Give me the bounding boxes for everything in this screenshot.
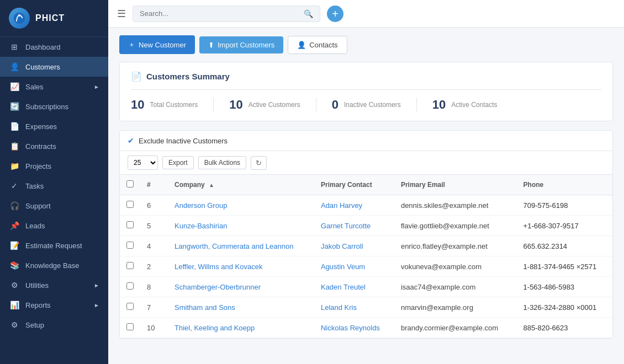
bulk-actions-button[interactable]: Bulk Actions [198, 156, 246, 169]
row-checkbox[interactable] [126, 282, 134, 290]
sidebar-label-projects: Projects [25, 162, 51, 170]
row-checkbox-cell [120, 297, 140, 318]
sidebar-item-projects[interactable]: 📁 Projects [0, 156, 108, 176]
row-company: Smitham and Sons [168, 297, 314, 318]
search-wrap: 🔍 [133, 6, 320, 22]
email-link[interactable]: isaac74@example.com [401, 283, 475, 291]
contacts-button[interactable]: 👤 Contacts [288, 36, 347, 54]
sidebar-item-customers[interactable]: 👤 Customers [0, 57, 108, 77]
export-button[interactable]: Export [162, 156, 194, 169]
stat-number-2: 0 [332, 98, 339, 112]
sidebar-item-dashboard[interactable]: ⊞ Dashboard [0, 37, 108, 57]
select-all-header[interactable] [120, 175, 140, 195]
sidebar-icon-estimate-request: 📝 [9, 241, 20, 250]
sidebar-item-setup[interactable]: ⚙ Setup [0, 315, 108, 335]
chevron-icon-utilities: ► [94, 282, 99, 288]
col-header-company[interactable]: Company ▲ [168, 175, 314, 195]
summary-title: 📄 Customers Summary [131, 71, 601, 82]
row-checkbox[interactable] [126, 262, 134, 269]
sort-icon: ▲ [209, 182, 214, 188]
doc-icon: 📄 [131, 71, 142, 82]
topbar: ☰ 🔍 + [108, 0, 624, 28]
col-header-contact: Primary Contact [314, 175, 394, 195]
sidebar: PHICT ⊞ Dashboard 👤 Customers 📈 Sales ► … [0, 0, 108, 364]
row-company: Kunze-Bashirian [168, 216, 314, 236]
chevron-icon-sales: ► [94, 84, 99, 90]
row-email: flavie.gottlieb@example.net [394, 216, 517, 236]
row-checkbox-cell [120, 216, 140, 236]
sidebar-item-support[interactable]: 🎧 Support [0, 196, 108, 216]
row-checkbox[interactable] [126, 303, 134, 310]
contact-link[interactable]: Agustin Veum [321, 263, 365, 271]
row-checkbox-cell [120, 236, 140, 256]
table-row: 2 Leffler, Willms and Kovacek Agustin Ve… [120, 256, 612, 277]
company-link[interactable]: Smitham and Sons [174, 303, 235, 312]
summary-stats: 10 Total Customers 10 Active Customers 0… [131, 89, 601, 112]
company-link[interactable]: Schamberger-Oberbrunner [174, 283, 261, 291]
select-all-checkbox[interactable] [126, 180, 134, 188]
table-section: ✔ Exclude Inactive Customers 25 50 100 E… [119, 130, 613, 339]
refresh-button[interactable]: ↻ [251, 156, 267, 170]
col-header-phone: Phone [517, 175, 612, 195]
stat-block-1: 10 Active Customers [229, 98, 316, 112]
search-input[interactable] [140, 9, 300, 18]
contact-link[interactable]: Adan Harvey [321, 201, 362, 210]
company-link[interactable]: Leffler, Willms and Kovacek [174, 263, 262, 271]
row-checkbox[interactable] [126, 221, 134, 228]
contacts-icon: 👤 [297, 41, 306, 49]
contact-link[interactable]: Kaden Treutel [321, 283, 366, 291]
per-page-select[interactable]: 25 50 100 [128, 156, 158, 170]
sidebar-item-tasks[interactable]: ✓ Tasks [0, 176, 108, 196]
email-link[interactable]: enrico.flatley@example.net [401, 242, 488, 250]
row-checkbox[interactable] [126, 323, 134, 330]
email-link[interactable]: vokuneva@example.com [401, 263, 482, 271]
row-email: nmarvin@example.org [394, 297, 517, 318]
sidebar-item-subscriptions[interactable]: 🔄 Subscriptions [0, 97, 108, 116]
row-checkbox-cell [120, 318, 140, 338]
row-phone: 1-326-324-2880 ×0001 [517, 297, 612, 318]
exclude-inactive-label[interactable]: Exclude Inactive Customers [139, 137, 228, 145]
sidebar-item-estimate-request[interactable]: 📝 Estimate Request [0, 235, 108, 255]
email-link[interactable]: nmarvin@example.org [401, 303, 473, 312]
menu-toggle[interactable]: ☰ [117, 8, 126, 20]
company-link[interactable]: Anderson Group [174, 201, 227, 210]
new-customer-button[interactable]: ＋ New Customer [119, 35, 195, 54]
sidebar-icon-expenses: 📄 [9, 122, 20, 131]
sidebar-item-reports[interactable]: 📊 Reports ► [0, 295, 108, 315]
contact-link[interactable]: Garnet Turcotte [321, 222, 371, 230]
sidebar-item-knowledge-base[interactable]: 📚 Knowledge Base [0, 255, 108, 275]
row-email: dennis.skiles@example.net [394, 195, 517, 216]
email-link[interactable]: brandy.cormier@example.com [401, 324, 498, 332]
sidebar-icon-leads: 📌 [9, 221, 20, 230]
company-link[interactable]: Thiel, Keeling and Koepp [174, 324, 255, 332]
row-checkbox[interactable] [126, 242, 134, 249]
table-row: 7 Smitham and Sons Leland Kris nmarvin@e… [120, 297, 612, 318]
company-link[interactable]: Kunze-Bashirian [174, 222, 227, 230]
row-contact: Adan Harvey [314, 195, 394, 216]
sidebar-label-estimate-request: Estimate Request [25, 242, 82, 250]
sidebar-item-leads[interactable]: 📌 Leads [0, 216, 108, 235]
row-checkbox[interactable] [126, 201, 134, 208]
table-row: 5 Kunze-Bashirian Garnet Turcotte flavie… [120, 216, 612, 236]
row-num: 2 [140, 256, 168, 277]
sidebar-item-contracts[interactable]: 📋 Contracts [0, 136, 108, 156]
company-link[interactable]: Langworth, Cummerata and Leannon [174, 242, 293, 250]
add-button[interactable]: + [327, 6, 343, 22]
sidebar-item-sales[interactable]: 📈 Sales ► [0, 77, 108, 97]
search-icon[interactable]: 🔍 [304, 9, 313, 18]
row-checkbox-cell [120, 256, 140, 277]
sidebar-item-expenses[interactable]: 📄 Expenses [0, 116, 108, 136]
stat-number-1: 10 [229, 98, 242, 112]
contact-link[interactable]: Jakob Carroll [321, 242, 363, 250]
table-row: 8 Schamberger-Oberbrunner Kaden Treutel … [120, 277, 612, 297]
customers-table: # Company ▲ Primary Contact Primary Emai… [120, 175, 612, 338]
logo-icon [9, 8, 30, 29]
sidebar-label-setup: Setup [25, 321, 44, 329]
email-link[interactable]: dennis.skiles@example.net [401, 201, 488, 210]
sidebar-item-utilities[interactable]: ⚙ Utilities ► [0, 275, 108, 295]
email-link[interactable]: flavie.gottlieb@example.net [401, 222, 489, 230]
contact-link[interactable]: Leland Kris [321, 303, 357, 312]
contact-link[interactable]: Nickolas Reynolds [321, 324, 380, 332]
import-customers-button[interactable]: ⬆ Import Customers [199, 36, 283, 53]
row-company: Anderson Group [168, 195, 314, 216]
